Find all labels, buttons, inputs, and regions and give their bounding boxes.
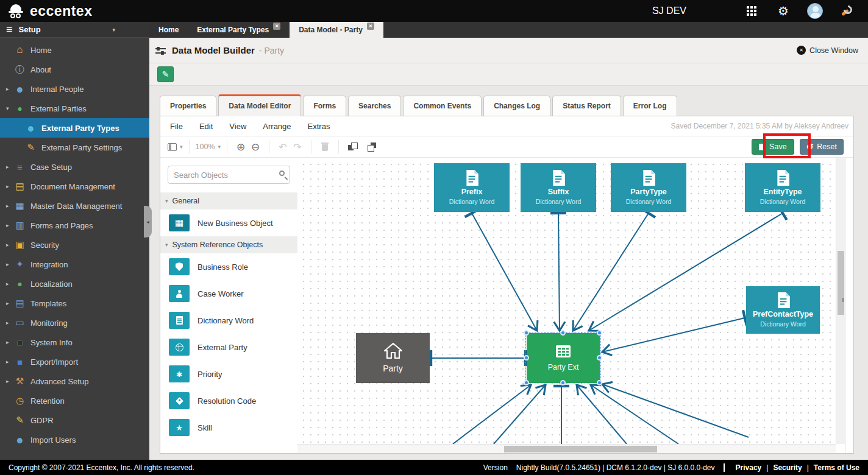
- sidebar-item-retention[interactable]: Retention: [0, 391, 149, 410]
- sidebar-item-home[interactable]: Home: [0, 40, 149, 60]
- bring-to-front-button[interactable]: [345, 139, 360, 154]
- save-button[interactable]: Save: [752, 139, 794, 155]
- sidebar-item-case-setup[interactable]: Case Setup: [0, 157, 149, 177]
- sidebar-collapse-handle[interactable]: [144, 206, 152, 237]
- expand-caret-icon[interactable]: [6, 359, 12, 365]
- send-to-back-button[interactable]: [365, 139, 379, 154]
- expand-caret-icon[interactable]: [6, 281, 12, 287]
- reset-button[interactable]: Reset: [800, 139, 844, 155]
- expand-caret-icon[interactable]: [6, 164, 12, 170]
- resize-handle[interactable]: [560, 330, 566, 336]
- sidebar-item-import-users[interactable]: Import Users: [0, 430, 149, 449]
- menu-view[interactable]: View: [229, 122, 246, 131]
- resize-handle[interactable]: [597, 355, 602, 361]
- zoom-out-button[interactable]: [248, 139, 263, 154]
- node-suffix[interactable]: Suffix Dictionary Word: [521, 163, 596, 212]
- sidebar-setup-header[interactable]: Setup: [0, 22, 149, 38]
- window-tab-external-party-types[interactable]: External Party Types: [188, 22, 290, 38]
- avatar[interactable]: [807, 3, 823, 19]
- sidebar-item-about[interactable]: About: [0, 60, 149, 79]
- resize-handle[interactable]: [597, 330, 602, 336]
- panel-splitter[interactable]: [845, 158, 845, 453]
- delete-button[interactable]: [318, 139, 332, 154]
- palette-item-case-worker[interactable]: Case Worker: [160, 280, 297, 307]
- security-link[interactable]: Security: [773, 463, 802, 472]
- panel-layout-button[interactable]: [168, 139, 183, 154]
- sidebar-item-gdpr[interactable]: GDPR: [0, 410, 149, 430]
- scrollbar-thumb[interactable]: [838, 251, 844, 315]
- expand-caret-icon[interactable]: [6, 261, 12, 267]
- expand-caret-icon[interactable]: [6, 222, 12, 228]
- tab-status-report[interactable]: Status Report: [552, 96, 621, 116]
- terms-link[interactable]: Terms of Use: [814, 463, 859, 472]
- resize-handle[interactable]: [524, 380, 529, 385]
- sidebar-item-integration[interactable]: Integration: [0, 255, 149, 274]
- close-window-button[interactable]: Close Window: [797, 46, 858, 55]
- zoom-level-dropdown[interactable]: 100%: [196, 139, 221, 154]
- tab-data-model-editor[interactable]: Data Model Editor: [218, 94, 301, 116]
- node-party-ext[interactable]: Party Ext: [527, 333, 600, 383]
- undo-button[interactable]: [276, 139, 290, 154]
- menu-file[interactable]: File: [170, 122, 183, 131]
- sidebar-item-external-party-settings[interactable]: External Party Settings: [0, 138, 149, 157]
- resize-handle[interactable]: [524, 330, 529, 336]
- node-pref-contact-type[interactable]: PrefContactType Dictionary Word: [746, 286, 820, 334]
- expand-caret-icon[interactable]: [6, 183, 12, 189]
- sidebar-item-external-party-types[interactable]: External Party Types: [0, 118, 149, 138]
- sidebar-item-export-import[interactable]: Export/Import: [0, 352, 149, 371]
- collapse-caret-icon[interactable]: [6, 105, 12, 111]
- menu-arrange[interactable]: Arrange: [263, 122, 291, 131]
- section-general[interactable]: General: [160, 192, 297, 209]
- sidebar-item-security[interactable]: Security: [0, 235, 149, 255]
- sidebar-item-monitoring[interactable]: Monitoring: [0, 313, 149, 332]
- resize-handle[interactable]: [560, 380, 566, 385]
- window-tab-home[interactable]: Home: [149, 22, 188, 38]
- splitter-grip-icon[interactable]: [842, 297, 844, 303]
- node-party-type[interactable]: PartyType Dictionary Word: [611, 163, 686, 212]
- expand-caret-icon[interactable]: [6, 203, 12, 209]
- tab-error-log[interactable]: Error Log: [623, 96, 677, 116]
- expand-caret-icon[interactable]: [6, 320, 12, 326]
- close-tab-icon[interactable]: [273, 23, 280, 30]
- palette-item-business-role[interactable]: Business Role: [160, 253, 297, 280]
- expand-caret-icon[interactable]: [6, 339, 12, 345]
- close-tab-icon[interactable]: [367, 23, 374, 30]
- zoom-in-button[interactable]: [233, 139, 248, 154]
- sidebar-item-forms-and-pages[interactable]: Forms and Pages: [0, 216, 149, 235]
- sidebar-item-master-data-management[interactable]: Master Data Management: [0, 196, 149, 216]
- sidebar-item-localization[interactable]: Localization: [0, 274, 149, 294]
- search-input[interactable]: [168, 166, 290, 184]
- palette-item-dictionary-word[interactable]: Dictionary Word: [160, 307, 297, 334]
- sidebar-item-document-management[interactable]: Document Management: [0, 177, 149, 196]
- tab-changes-log[interactable]: Changes Log: [483, 96, 550, 116]
- sidebar-item-templates[interactable]: Templates: [0, 294, 149, 313]
- palette-item-external-party[interactable]: External Party: [160, 334, 297, 361]
- expand-caret-icon[interactable]: [6, 242, 12, 248]
- menu-edit[interactable]: Edit: [199, 122, 213, 131]
- palette-item-new-business-object[interactable]: New Business Object: [160, 209, 297, 236]
- gear-icon[interactable]: [775, 3, 791, 19]
- diagram-canvas[interactable]: Prefix Dictionary Word Suffix Dictionary…: [297, 158, 845, 453]
- tab-properties[interactable]: Properties: [160, 96, 216, 116]
- sidebar-item-external-parties[interactable]: External Parties: [0, 99, 149, 118]
- canvas-horizontal-scrollbar[interactable]: [297, 444, 836, 453]
- sidebar-item-advanced-setup[interactable]: Advanced Setup: [0, 371, 149, 391]
- wrench-icon[interactable]: [839, 3, 855, 19]
- apps-grid-icon[interactable]: [744, 3, 760, 19]
- section-system-reference-objects[interactable]: System Reference Objects: [160, 236, 297, 253]
- node-entity-type[interactable]: EntityType Dictionary Word: [745, 163, 820, 212]
- palette-item-skill[interactable]: Skill: [160, 414, 297, 441]
- palette-item-priority[interactable]: Priority: [160, 361, 297, 387]
- expand-caret-icon[interactable]: [6, 86, 12, 92]
- node-prefix[interactable]: Prefix Dictionary Word: [434, 163, 510, 212]
- palette-item-resolution-code[interactable]: Resolution Code: [160, 387, 297, 414]
- resize-handle[interactable]: [597, 380, 602, 385]
- window-tab-data-model-party[interactable]: Data Model - Party: [290, 22, 383, 38]
- menu-extras[interactable]: Extras: [308, 122, 330, 131]
- node-party[interactable]: Party: [356, 333, 430, 383]
- redo-button[interactable]: [290, 139, 305, 154]
- expand-caret-icon[interactable]: [6, 300, 12, 306]
- sidebar-item-internal-people[interactable]: Internal People: [0, 79, 149, 99]
- tab-forms[interactable]: Forms: [303, 96, 346, 116]
- scrollbar-thumb[interactable]: [504, 446, 657, 452]
